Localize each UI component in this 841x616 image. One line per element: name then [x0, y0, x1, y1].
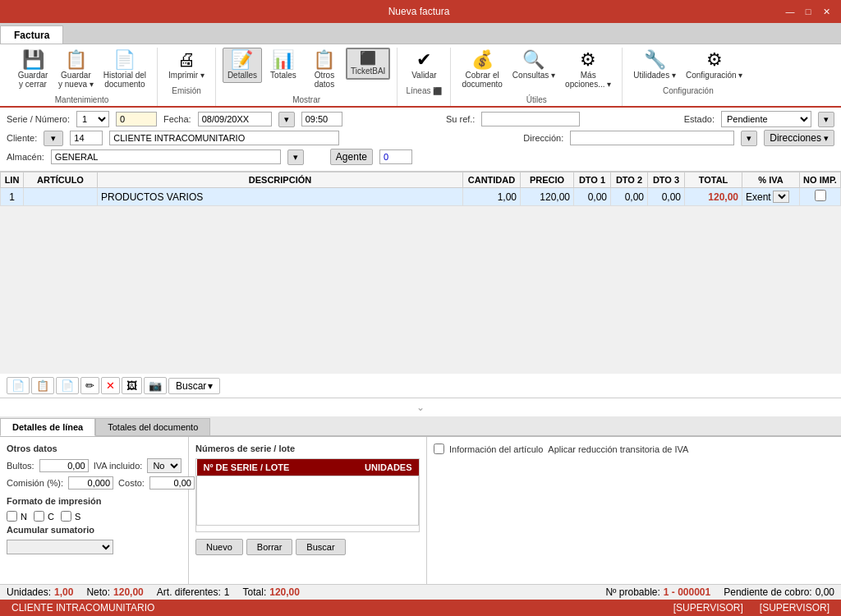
form-row-3: Almacén: ▾ Agente	[7, 149, 834, 165]
check-c-group: C	[34, 511, 54, 522]
search-label: Buscar	[176, 380, 206, 392]
delete-line-button[interactable]: ✕	[101, 377, 120, 394]
hora-input[interactable]	[301, 112, 342, 126]
ribbon-groups: 💾 Guardary cerrar 📋 Guardary nueva ▾ 📄 H…	[7, 48, 834, 106]
estado-select[interactable]: Pendiente	[721, 111, 811, 127]
pendiente-value: 0,00	[816, 586, 834, 598]
configuracion-icon: ⚙	[706, 51, 723, 69]
otros-datos-button[interactable]: 📋 Otrosdatos	[305, 48, 344, 92]
almacen-input[interactable]	[51, 149, 281, 164]
guardar-nueva-button[interactable]: 📋 Guardary nueva ▾	[54, 48, 98, 92]
edit-line-button[interactable]: ✏	[80, 377, 99, 394]
formato-label: Formato de impresión	[7, 496, 182, 506]
tab-totales-documento[interactable]: Totales del documento	[95, 418, 210, 435]
copy-line-button[interactable]: 📋	[31, 377, 54, 394]
serie-select[interactable]: 1	[76, 111, 109, 127]
table-section: LIN ARTÍCULO DESCRIPCIÓN CANTIDAD PRECIO…	[0, 172, 841, 416]
lineas-items: ✔ Validar	[404, 48, 443, 83]
iva-incluido-select[interactable]: No	[147, 458, 182, 473]
mas-opciones-icon: ⚙	[580, 51, 596, 69]
fecha-input[interactable]	[198, 112, 272, 126]
footer-cliente: CLIENTE INTRACOMUNITARIO	[7, 601, 159, 614]
cliente-type-button[interactable]: ▾	[44, 131, 63, 146]
cliente-id-input[interactable]	[70, 131, 103, 145]
pendiente-item: Pendiente de cobro: 0,00	[724, 586, 834, 598]
photo-button[interactable]: 📷	[144, 377, 167, 394]
guardar-cerrar-button[interactable]: 💾 Guardary cerrar	[13, 48, 53, 92]
search-button[interactable]: Buscar ▾	[168, 378, 220, 394]
no-probable-item: Nº probable: 1 - 000001	[605, 586, 710, 598]
configuracion-label: Configuración ▾	[686, 71, 742, 80]
cell-articulo	[24, 188, 98, 206]
historial-button[interactable]: 📄 Historial deldocumento	[99, 48, 150, 92]
ribbon-group-mostrar: 📝 Detalles 📊 Totales 📋 Otrosdatos ⬛ Tick…	[216, 48, 398, 106]
tab-detalles-linea[interactable]: Detalles de línea	[0, 418, 95, 436]
consultas-button[interactable]: 🔍 Consultas ▾	[508, 48, 559, 83]
image-button[interactable]: 🖼	[122, 377, 142, 394]
form-area: Serie / Número: 1 Fecha: ▾ Su ref.: Esta…	[0, 108, 841, 172]
comision-label: Comisión (%):	[7, 478, 63, 488]
direccion-input[interactable]	[570, 131, 734, 145]
estado-dropdown-button[interactable]: ▾	[818, 112, 834, 127]
unidades-value: 1,00	[54, 586, 73, 598]
su-ref-label: Su ref.:	[446, 114, 475, 124]
table-body: 1 PRODUCTOS VARIOS 1,00 120,00 0,00 0,00…	[1, 188, 841, 206]
numero-input[interactable]	[116, 112, 157, 126]
configuracion-button[interactable]: ⚙ Configuración ▾	[682, 48, 747, 83]
new-line-button[interactable]: 📄	[7, 377, 30, 394]
direccion-dropdown-button[interactable]: ▾	[741, 131, 757, 146]
lote-col1: Nº DE SERIE / LOTE	[197, 459, 335, 476]
exent-text: Exent	[746, 191, 771, 203]
fecha-label: Fecha:	[163, 114, 191, 124]
ticketbai-button[interactable]: ⬛ TicketBAI	[346, 48, 390, 80]
validar-button[interactable]: ✔ Validar	[404, 48, 443, 83]
su-ref-input[interactable]	[481, 112, 580, 126]
save-close-icon: 💾	[22, 51, 44, 69]
acumular-select[interactable]	[7, 540, 113, 554]
direcciones-button[interactable]: Direcciones ▾	[764, 130, 834, 146]
minimize-button[interactable]: —	[782, 3, 798, 20]
totales-button[interactable]: 📊 Totales	[264, 48, 303, 83]
tab-factura[interactable]: Factura	[0, 25, 63, 44]
lote-container: Nº DE SERIE / LOTE UNIDADES	[195, 458, 420, 532]
check-n[interactable]	[7, 511, 17, 522]
fecha-dropdown-button[interactable]: ▾	[278, 112, 295, 127]
lote-buscar-button[interactable]: Buscar	[296, 539, 345, 555]
agente-label: Agente	[336, 151, 367, 163]
emision-items: 🖨 Imprimir ▾	[164, 48, 209, 83]
costo-input[interactable]	[149, 476, 195, 490]
status-bar: Unidades: 1,00 Neto: 120,00 Art. diferen…	[0, 584, 841, 600]
mas-opciones-button[interactable]: ⚙ Másopciones... ▾	[561, 48, 615, 92]
lote-nuevo-button[interactable]: Nuevo	[195, 539, 243, 555]
utiles-items: 💰 Cobrar eldocumento 🔍 Consultas ▾ ⚙ Más…	[457, 48, 615, 92]
exent-select[interactable]: ▾	[773, 191, 789, 203]
apply-iva-label: Aplicar reducción transitoria de IVA	[548, 444, 688, 454]
cliente-name-input[interactable]	[109, 131, 339, 145]
agente-button[interactable]: Agente	[330, 149, 373, 165]
maximize-button[interactable]: □	[800, 3, 816, 20]
imprimir-button[interactable]: 🖨 Imprimir ▾	[164, 48, 209, 83]
utilidades-label: Utilidades ▾	[633, 71, 676, 80]
check-c[interactable]	[34, 511, 44, 522]
bultos-input[interactable]	[39, 459, 89, 472]
config-items: 🔧 Utilidades ▾ ⚙ Configuración ▾	[629, 48, 747, 83]
check-s[interactable]	[61, 511, 71, 522]
lote-borrar-button[interactable]: Borrar	[246, 539, 293, 555]
detalles-button[interactable]: 📝 Detalles	[223, 48, 262, 83]
save-new-icon: 📋	[65, 51, 87, 69]
window-controls: — □ ✕	[782, 3, 834, 20]
insert-line-button[interactable]: 📄	[56, 377, 79, 394]
scroll-indicator: ⌄	[0, 398, 841, 416]
agente-input[interactable]	[379, 149, 412, 164]
utilidades-button[interactable]: 🔧 Utilidades ▾	[629, 48, 680, 83]
formato-section: Formato de impresión N C S	[7, 496, 182, 554]
close-button[interactable]: ✕	[818, 3, 834, 20]
table-row[interactable]: 1 PRODUCTOS VARIOS 1,00 120,00 0,00 0,00…	[1, 188, 841, 206]
almacen-dropdown-button[interactable]: ▾	[287, 149, 304, 165]
cell-total: 120,00	[685, 188, 742, 206]
apply-iva-checkbox[interactable]	[434, 444, 444, 454]
header-row: LIN ARTÍCULO DESCRIPCIÓN CANTIDAD PRECIO…	[1, 172, 841, 188]
cobrar-button[interactable]: 💰 Cobrar eldocumento	[457, 48, 506, 92]
noimp-checkbox[interactable]	[815, 190, 826, 201]
comision-input[interactable]	[68, 476, 113, 490]
